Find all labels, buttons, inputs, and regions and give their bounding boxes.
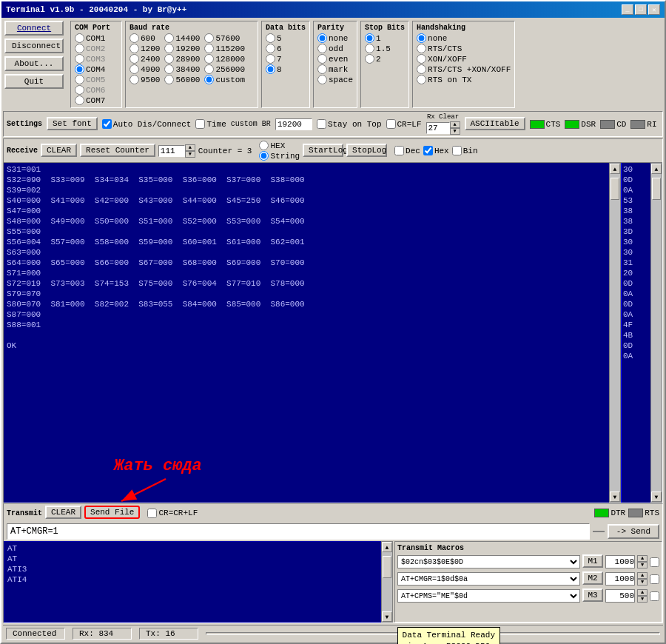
- macro-3-down[interactable]: ▼: [637, 596, 648, 603]
- stop-1_5[interactable]: 1.5: [365, 44, 405, 53]
- tlog-scroll-track[interactable]: [382, 552, 392, 611]
- transmit-clear-button[interactable]: CLEAR: [45, 506, 81, 519]
- hex-scroll-down[interactable]: ▼: [651, 492, 662, 502]
- cd-indicator[interactable]: CD: [600, 120, 626, 129]
- parity-none[interactable]: none: [317, 33, 353, 43]
- counter-up[interactable]: ▲: [185, 144, 195, 151]
- baud-19200[interactable]: 19200: [164, 44, 200, 53]
- macro-3-check[interactable]: [650, 591, 659, 601]
- auto-dis-connect-check[interactable]: Auto Dis/Connect: [102, 119, 192, 129]
- transmit-log[interactable]: AT AT ATI3 ATI4: [4, 541, 381, 623]
- stop-2[interactable]: 2: [365, 54, 405, 64]
- macro-2-check[interactable]: [650, 574, 659, 584]
- macro-1-dropdown[interactable]: $02cn$03$0E$0D: [397, 555, 580, 568]
- receive-clear-button[interactable]: CLEAR: [41, 144, 77, 157]
- tlog-scroll-thumb[interactable]: [383, 556, 391, 578]
- rx-clear-down[interactable]: ▼: [450, 128, 460, 135]
- reset-counter-button[interactable]: Reset Counter: [80, 144, 155, 157]
- com2-option[interactable]: COM2: [75, 44, 118, 53]
- macro-3-dropdown[interactable]: AT+CPMS="ME"$0d: [397, 589, 580, 603]
- hex-radio[interactable]: HEX: [259, 141, 300, 150]
- hex-scroll-up[interactable]: ▲: [651, 164, 662, 174]
- dsr-indicator[interactable]: DSR: [565, 120, 596, 129]
- baud-9600[interactable]: 9500: [130, 75, 160, 84]
- dec-check[interactable]: Dec: [394, 146, 420, 155]
- com7-option[interactable]: COM7: [75, 95, 118, 105]
- string-radio[interactable]: String: [259, 151, 300, 161]
- dtr-indicator[interactable]: DTR: [594, 509, 625, 517]
- send-file-button[interactable]: Send File: [84, 506, 140, 519]
- receive-hex-scrollbar[interactable]: ▲ ▼: [650, 163, 662, 503]
- com4-option[interactable]: COM4: [75, 64, 118, 74]
- time-check[interactable]: Time: [195, 119, 226, 129]
- hex-check[interactable]: Hex: [423, 146, 449, 155]
- tlog-scroll-down[interactable]: ▼: [382, 611, 392, 622]
- bin-check[interactable]: Bin: [452, 146, 478, 155]
- data-5[interactable]: 5: [266, 33, 306, 43]
- baud-14400[interactable]: 14400: [164, 33, 200, 43]
- maximize-button[interactable]: □: [635, 4, 647, 15]
- baud-256000[interactable]: 256000: [204, 64, 245, 74]
- baud-28800[interactable]: 28900: [164, 54, 200, 64]
- transmit-input[interactable]: [7, 523, 590, 540]
- rx-clear-up[interactable]: ▲: [450, 121, 460, 128]
- macro-2-dropdown[interactable]: AT+CMGR=1$0d$0a: [397, 572, 580, 586]
- macro-1-num[interactable]: [605, 555, 635, 568]
- stop-log-button[interactable]: StopLog: [346, 144, 387, 157]
- baud-600[interactable]: 600: [130, 33, 160, 43]
- rts-indicator[interactable]: RTS: [628, 509, 659, 517]
- com3-option[interactable]: COM3: [75, 54, 118, 64]
- ascii-table-button[interactable]: ASCIItable: [465, 117, 525, 130]
- receive-terminal[interactable]: S31=001 S32=090 S33=009 S34=034 S35=000 …: [4, 163, 609, 503]
- hex-scroll-thumb[interactable]: [652, 178, 661, 200]
- macro-3-up[interactable]: ▲: [637, 589, 648, 596]
- parity-odd[interactable]: odd: [317, 44, 353, 53]
- tlog-scroll-up[interactable]: ▲: [382, 542, 392, 552]
- cr-cr-lf-check[interactable]: CR=CR+LF: [147, 509, 198, 518]
- hs-both[interactable]: RTS/CTS +XON/XOFF: [417, 64, 511, 74]
- start-log-button[interactable]: StartLog: [303, 144, 343, 157]
- cts-indicator[interactable]: CTS: [530, 120, 561, 129]
- data-8[interactable]: 8: [266, 64, 306, 74]
- macro-1-check[interactable]: [650, 557, 659, 567]
- macro-1-button[interactable]: M1: [582, 554, 603, 568]
- parity-even[interactable]: even: [317, 54, 353, 64]
- parity-mark[interactable]: mark: [317, 64, 353, 74]
- baud-115200[interactable]: 115200: [204, 44, 245, 53]
- minimize-button[interactable]: _: [622, 4, 633, 15]
- scroll-track[interactable]: [610, 174, 620, 492]
- baud-38400[interactable]: 38400: [164, 64, 200, 74]
- ri-indicator[interactable]: RI: [630, 120, 656, 129]
- cr-lf-check[interactable]: CR=LF: [386, 119, 422, 129]
- set-font-button[interactable]: Set font: [47, 117, 98, 130]
- baud-2400[interactable]: 2400: [130, 54, 160, 64]
- macro-1-up[interactable]: ▲: [637, 555, 648, 562]
- hs-none[interactable]: none: [417, 33, 511, 43]
- baud-128000[interactable]: 128000: [204, 54, 245, 64]
- receive-main-scrollbar[interactable]: ▲ ▼: [609, 163, 621, 503]
- data-6[interactable]: 6: [266, 44, 306, 53]
- hs-rtscts[interactable]: RTS/CTS: [417, 44, 511, 53]
- macro-2-up[interactable]: ▲: [637, 572, 648, 579]
- about-button[interactable]: About...: [4, 56, 64, 71]
- baud-56000[interactable]: 56000: [164, 75, 200, 84]
- hs-rtsontx[interactable]: RTS on TX: [417, 75, 511, 84]
- macro-2-num[interactable]: [605, 572, 635, 586]
- macro-2-button[interactable]: M2: [582, 571, 603, 585]
- connect-button[interactable]: Connect: [4, 21, 64, 36]
- macro-1-down[interactable]: ▼: [637, 562, 648, 568]
- data-7[interactable]: 7: [266, 54, 306, 64]
- scroll-thumb[interactable]: [610, 178, 619, 200]
- hex-scroll-track[interactable]: [651, 174, 662, 492]
- baud-4800[interactable]: 4900: [130, 64, 160, 74]
- macro-3-num[interactable]: [605, 589, 635, 603]
- hs-xonxoff[interactable]: XON/XOFF: [417, 54, 511, 64]
- baud-1200[interactable]: 1200: [130, 44, 160, 53]
- baud-custom[interactable]: custom: [204, 75, 245, 84]
- custom-br-input[interactable]: [275, 118, 312, 130]
- com6-option[interactable]: COM6: [75, 85, 118, 95]
- quit-button[interactable]: Quit: [4, 74, 64, 89]
- close-button[interactable]: ✕: [648, 4, 660, 15]
- counter-input[interactable]: [158, 145, 185, 157]
- baud-57600[interactable]: 57600: [204, 33, 245, 43]
